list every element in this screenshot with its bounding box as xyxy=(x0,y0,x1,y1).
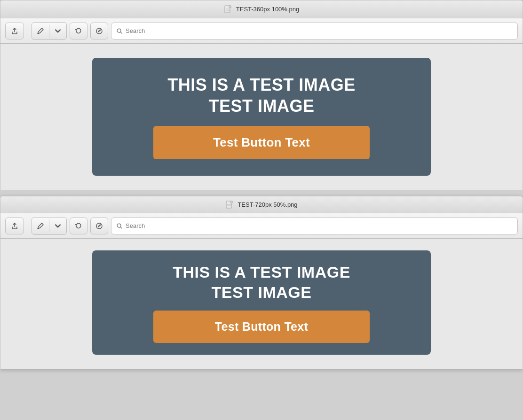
annotate-button-2[interactable] xyxy=(32,218,49,234)
share-icon xyxy=(11,27,18,35)
search-icon-2 xyxy=(116,223,123,229)
document-icon xyxy=(224,5,232,14)
share-icon-2 xyxy=(11,222,18,230)
svg-rect-1 xyxy=(229,6,231,8)
toolbar-btn-group-2 xyxy=(32,217,67,235)
svg-line-6 xyxy=(120,31,122,33)
toolbar-btn-group-1 xyxy=(32,22,67,40)
annotate2-button-2[interactable] xyxy=(90,218,108,234)
svg-rect-8 xyxy=(230,201,232,203)
share-button-1[interactable] xyxy=(5,23,24,39)
pencil-icon xyxy=(37,27,44,35)
share-button-2[interactable] xyxy=(5,218,24,234)
chevron-down-icon xyxy=(54,27,62,35)
image-card-2: THIS IS A TEST IMAGE TEST IMAGE Test But… xyxy=(92,250,431,355)
rotate-icon xyxy=(75,27,82,35)
annotate-button-1[interactable] xyxy=(32,23,49,39)
window-panel-1: TEST-360px 100%.png xyxy=(0,0,523,190)
window-separator xyxy=(0,190,523,196)
image-card-button-2[interactable]: Test Button Text xyxy=(153,311,370,343)
toolbar-2 xyxy=(0,213,523,239)
annotate2-button-1[interactable] xyxy=(90,23,108,39)
title-bar-1: TEST-360px 100%.png xyxy=(0,0,523,18)
dropdown-button-2[interactable] xyxy=(49,218,66,234)
content-area-2: THIS IS A TEST IMAGE TEST IMAGE Test But… xyxy=(0,239,523,369)
search-field-1[interactable] xyxy=(111,23,518,39)
image-card-title-1: THIS IS A TEST IMAGE TEST IMAGE xyxy=(167,74,355,117)
title-bar-2: TEST-720px 50%.png xyxy=(0,196,523,213)
svg-line-13 xyxy=(120,226,122,228)
content-area-1: THIS IS A TEST IMAGE TEST IMAGE Test But… xyxy=(0,44,523,190)
rotate-button-1[interactable] xyxy=(70,23,87,39)
toolbar-1 xyxy=(0,18,523,44)
document-icon-2 xyxy=(225,201,234,209)
rotate-icon-2 xyxy=(75,222,82,230)
search-input-1[interactable] xyxy=(126,27,513,34)
chevron-down-icon-2 xyxy=(54,222,62,230)
search-field-2[interactable] xyxy=(111,218,518,234)
window-panel-2: TEST-720px 50%.png xyxy=(0,196,523,369)
image-card-title-2: THIS IS A TEST IMAGE TEST IMAGE xyxy=(173,262,350,302)
search-icon-1 xyxy=(116,28,123,34)
rotate-button-2[interactable] xyxy=(70,218,87,234)
title-bar-2-text: TEST-720px 50%.png xyxy=(238,201,297,208)
title-bar-1-text: TEST-360px 100%.png xyxy=(236,6,299,13)
pencil-icon-2 xyxy=(37,222,44,230)
search-input-2[interactable] xyxy=(126,222,513,229)
dropdown-button-1[interactable] xyxy=(49,23,66,39)
image-card-button-1[interactable]: Test Button Text xyxy=(153,126,370,159)
image-card-1: THIS IS A TEST IMAGE TEST IMAGE Test But… xyxy=(92,58,431,176)
circle-pencil-icon xyxy=(95,27,103,35)
circle-pencil-icon-2 xyxy=(95,222,103,230)
